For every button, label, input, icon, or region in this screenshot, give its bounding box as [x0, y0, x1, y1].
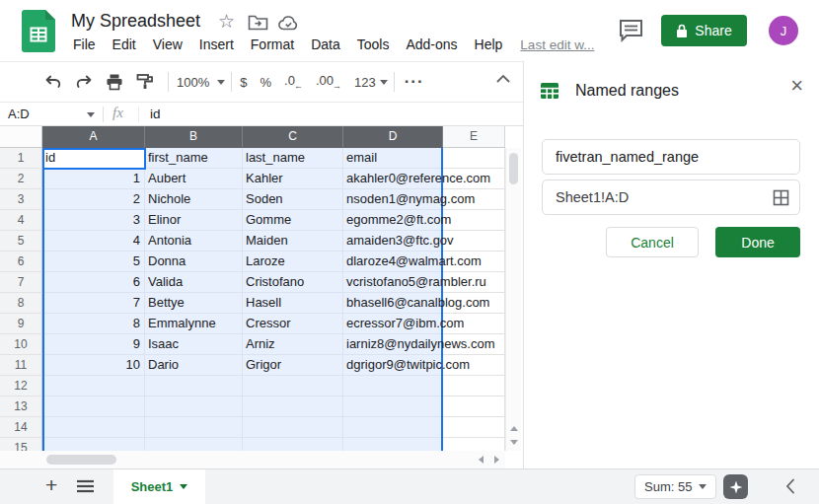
cell-B4[interactable]: Elinor [145, 210, 243, 231]
scroll-left-icon[interactable] [479, 456, 484, 464]
select-all-corner[interactable] [0, 126, 42, 148]
cell-D3[interactable]: nsoden1@nymag.com [343, 189, 443, 210]
cell-B6[interactable]: Donna [145, 252, 243, 272]
cell-B10[interactable]: Isaac [145, 334, 243, 355]
chevron-down-icon[interactable] [87, 112, 95, 117]
cell-B9[interactable]: Emmalynne [145, 314, 243, 334]
document-title[interactable]: My Spreadsheet [71, 11, 200, 32]
row-header-13[interactable]: 13 [0, 396, 42, 417]
cell-D15[interactable] [343, 438, 443, 451]
row-header-10[interactable]: 10 [0, 334, 42, 355]
more-toolbar-button[interactable]: ··· [405, 72, 424, 92]
sum-chip[interactable]: Sum: 55 [634, 474, 716, 499]
cell-B1[interactable]: first_name [145, 148, 243, 169]
cell-D4[interactable]: egomme2@ft.com [343, 210, 443, 231]
row-header-11[interactable]: 11 [0, 355, 42, 376]
cell-C6[interactable]: Laroze [243, 252, 343, 272]
zoom-control[interactable]: 100% [177, 75, 225, 90]
cell-A10[interactable]: 9 [42, 334, 145, 355]
cell-A8[interactable]: 7 [42, 293, 145, 314]
cell-B14[interactable] [145, 417, 243, 438]
cell-A4[interactable]: 3 [42, 210, 145, 231]
cell-E14[interactable] [443, 417, 505, 438]
cell-D2[interactable]: akahler0@reference.com [343, 169, 443, 189]
row-header-8[interactable]: 8 [0, 293, 42, 314]
column-header-B[interactable]: B [145, 126, 243, 148]
cell-C14[interactable] [243, 417, 343, 438]
row-header-6[interactable]: 6 [0, 252, 42, 272]
cell-A11[interactable]: 10 [42, 355, 145, 376]
cell-D6[interactable]: dlaroze4@walmart.com [343, 252, 443, 272]
menu-item-data[interactable]: Data [309, 36, 342, 53]
horizontal-scrollbar-thumb[interactable] [46, 455, 116, 465]
close-icon[interactable]: × [790, 75, 803, 97]
cell-C13[interactable] [243, 396, 343, 417]
paint-format-icon[interactable] [135, 72, 155, 92]
add-sheet-icon[interactable]: + [45, 473, 57, 497]
cell-C12[interactable] [243, 376, 343, 396]
cell-B3[interactable]: Nichole [145, 189, 243, 210]
cell-D9[interactable]: ecressor7@ibm.com [343, 314, 443, 334]
row-header-14[interactable]: 14 [0, 417, 42, 438]
cell-C7[interactable]: Cristofano [243, 272, 343, 293]
column-header-E[interactable]: E [443, 126, 505, 148]
cell-B13[interactable] [145, 396, 243, 417]
cell-E15[interactable] [443, 438, 505, 451]
cell-A9[interactable]: 8 [42, 314, 145, 334]
cell-C8[interactable]: Hasell [243, 293, 343, 314]
done-button[interactable]: Done [715, 227, 800, 257]
cell-C15[interactable] [243, 438, 343, 451]
column-header-D[interactable]: D [343, 126, 443, 148]
undo-icon[interactable] [43, 72, 63, 92]
cell-A1[interactable]: id [42, 148, 145, 169]
cell-A7[interactable]: 6 [42, 272, 145, 293]
menu-item-edit[interactable]: Edit [111, 36, 138, 53]
menu-item-format[interactable]: Format [249, 36, 296, 53]
row-header-7[interactable]: 7 [0, 272, 42, 293]
format-percent-button[interactable]: % [260, 75, 271, 90]
name-box[interactable]: A:D [8, 107, 30, 121]
cell-B11[interactable]: Dario [145, 355, 243, 376]
select-range-icon[interactable] [773, 189, 789, 206]
range-name-input[interactable]: fivetran_named_range [542, 139, 800, 175]
row-header-9[interactable]: 9 [0, 314, 42, 334]
row-header-15[interactable]: 15 [0, 438, 42, 451]
scroll-right-icon[interactable] [494, 456, 499, 464]
cell-A15[interactable] [42, 438, 145, 451]
menu-item-file[interactable]: File [71, 36, 98, 53]
cell-D11[interactable]: dgrigor9@twitpic.com [343, 355, 443, 376]
cell-C3[interactable]: Soden [243, 189, 343, 210]
menu-item-help[interactable]: Help [473, 36, 505, 53]
cell-C5[interactable]: Maiden [243, 231, 343, 252]
explore-button[interactable] [723, 474, 748, 499]
cell-A2[interactable]: 1 [42, 169, 145, 189]
cell-B15[interactable] [145, 438, 243, 451]
row-header-2[interactable]: 2 [0, 169, 42, 189]
cell-B2[interactable]: Aubert [145, 169, 243, 189]
cell-D8[interactable]: bhasell6@canalblog.com [343, 293, 443, 314]
cell-B5[interactable]: Antonia [145, 231, 243, 252]
column-header-A[interactable]: A [42, 126, 145, 148]
cell-C1[interactable]: last_name [243, 148, 343, 169]
column-header-C[interactable]: C [243, 126, 343, 148]
cell-A14[interactable] [42, 417, 145, 438]
row-header-1[interactable]: 1 [0, 148, 42, 169]
cell-C11[interactable]: Grigor [243, 355, 343, 376]
number-format-button[interactable]: 123 [354, 75, 388, 90]
row-header-12[interactable]: 12 [0, 376, 42, 396]
cell-D14[interactable] [343, 417, 443, 438]
redo-icon[interactable] [74, 72, 94, 92]
star-icon[interactable]: ☆ [218, 12, 235, 31]
row-header-3[interactable]: 3 [0, 189, 42, 210]
cell-A12[interactable] [42, 376, 145, 396]
cell-D1[interactable]: email [343, 148, 443, 169]
sheet-tab[interactable]: Sheet1 [113, 469, 205, 504]
row-header-5[interactable]: 5 [0, 231, 42, 252]
all-sheets-icon[interactable] [77, 479, 94, 493]
avatar[interactable]: J [769, 16, 798, 45]
cell-A6[interactable]: 5 [42, 252, 145, 272]
horizontal-scrollbar[interactable] [0, 451, 505, 468]
cell-A5[interactable]: 4 [42, 231, 145, 252]
cell-D13[interactable] [343, 396, 443, 417]
format-currency-button[interactable]: $ [240, 75, 247, 90]
